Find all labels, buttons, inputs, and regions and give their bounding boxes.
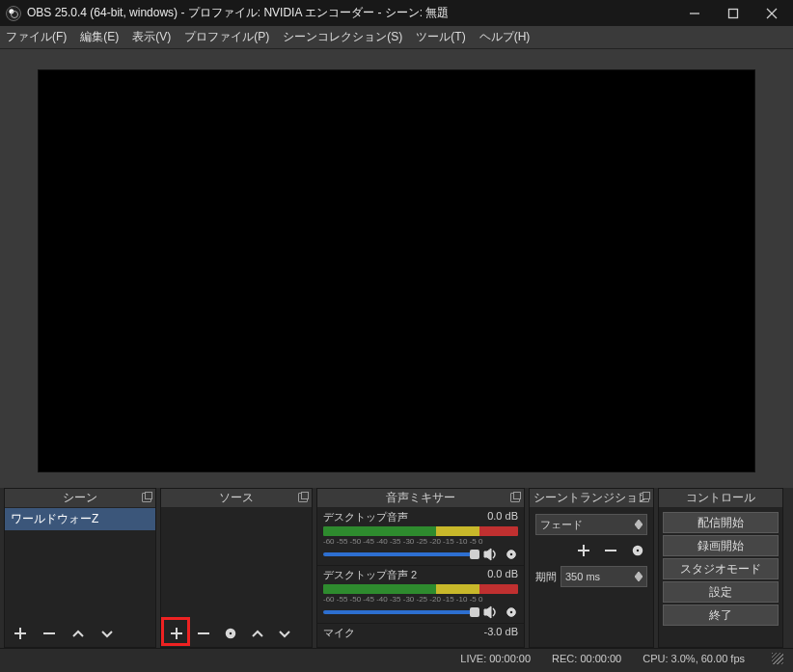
sources-list[interactable] [161, 508, 312, 620]
scene-up-button[interactable] [68, 624, 88, 643]
sources-panel: ソース [160, 488, 313, 648]
sources-title: ソース [219, 490, 254, 506]
mixer-track: デスクトップ音声 20.0 dB -60 -55 -50 -45 -40 -35… [317, 566, 524, 624]
window-title: OBS 25.0.4 (64-bit, windows) - プロファイル: N… [27, 5, 675, 21]
volume-slider[interactable] [323, 552, 478, 556]
start-streaming-button[interactable]: 配信開始 [663, 512, 779, 533]
track-settings-icon[interactable] [505, 548, 518, 561]
scene-down-button[interactable] [97, 624, 117, 643]
docks-row: シーン ワールドウォーZ ソース 音声 [0, 488, 793, 648]
track-name: マイク [323, 626, 355, 640]
meter-ticks: -60 -55 -50 -45 -40 -35 -30 -25 -20 -15 … [323, 537, 518, 546]
meter-ticks: -60 -55 -50 -45 -40 -35 -30 -25 -20 -15 … [323, 595, 518, 604]
transition-value: フェード [540, 518, 583, 532]
title-bar: OBS 25.0.4 (64-bit, windows) - プロファイル: N… [0, 0, 793, 26]
track-db: 0.0 dB [487, 568, 518, 582]
svg-point-11 [229, 632, 232, 635]
remove-scene-button[interactable] [40, 624, 59, 643]
mixer-track: デスクトップ音声0.0 dB -60 -55 -50 -45 -40 -35 -… [317, 508, 524, 566]
minimize-button[interactable] [675, 0, 714, 26]
source-up-button[interactable] [248, 624, 267, 643]
mixer-title: 音声ミキサー [386, 490, 455, 506]
speaker-icon[interactable] [483, 605, 499, 619]
resize-grip-icon[interactable] [772, 653, 783, 664]
menu-bar: ファイル(F) 編集(E) 表示(V) プロファイル(P) シーンコレクション(… [0, 26, 793, 49]
popout-icon[interactable] [510, 493, 520, 502]
track-db: 0.0 dB [487, 510, 518, 524]
svg-marker-19 [635, 524, 643, 529]
speaker-icon[interactable] [483, 548, 499, 561]
settings-button[interactable]: 設定 [663, 581, 779, 603]
transition-select[interactable]: フェード [535, 514, 647, 535]
track-settings-icon[interactable] [505, 605, 518, 619]
svg-point-14 [509, 552, 513, 556]
close-button[interactable] [752, 0, 791, 26]
popout-icon[interactable] [298, 493, 308, 502]
status-live: LIVE: 00:00:00 [460, 653, 531, 664]
preview-area [0, 49, 793, 488]
add-transition-button[interactable] [574, 541, 593, 560]
track-db: -3.0 dB [484, 626, 518, 640]
transitions-panel: シーントランジション フェード 期間 350 ms [529, 488, 654, 648]
svg-point-17 [509, 610, 513, 614]
menu-profile[interactable]: プロファイル(P) [184, 29, 269, 45]
source-down-button[interactable] [275, 624, 294, 643]
svg-marker-26 [635, 577, 643, 581]
remove-source-button[interactable] [194, 624, 213, 643]
maximize-button[interactable] [714, 0, 752, 26]
svg-marker-12 [484, 549, 491, 560]
menu-file[interactable]: ファイル(F) [6, 29, 67, 45]
sources-header[interactable]: ソース [161, 489, 312, 508]
track-name: デスクトップ音声 [323, 510, 408, 524]
menu-scene-collection[interactable]: シーンコレクション(S) [283, 29, 402, 45]
controls-panel: コントロール 配信開始 録画開始 スタジオモード 設定 終了 [658, 488, 783, 648]
duration-label: 期間 [535, 570, 557, 584]
start-recording-button[interactable]: 録画開始 [663, 535, 779, 556]
studio-mode-button[interactable]: スタジオモード [663, 558, 779, 579]
scene-item[interactable]: ワールドウォーZ [5, 508, 155, 530]
preview-canvas[interactable] [38, 69, 755, 472]
transition-settings-button[interactable] [628, 541, 647, 560]
sources-toolbar [161, 620, 312, 647]
transition-toolbar [535, 541, 647, 560]
svg-rect-1 [729, 9, 738, 17]
scenes-title: シーン [63, 490, 97, 506]
add-scene-button[interactable] [11, 624, 30, 643]
menu-edit[interactable]: 編集(E) [80, 29, 119, 45]
status-rec: REC: 00:00:00 [552, 653, 621, 664]
obs-logo-icon [6, 6, 21, 21]
controls-title: コントロール [686, 490, 755, 506]
mixer-track: マイク-3.0 dB [317, 624, 524, 644]
scenes-toolbar [5, 620, 155, 647]
mixer-panel: 音声ミキサー デスクトップ音声0.0 dB -60 -55 -50 -45 -4… [316, 488, 525, 648]
add-source-button[interactable] [167, 624, 186, 643]
menu-tools[interactable]: ツール(T) [416, 29, 465, 45]
svg-marker-15 [484, 606, 491, 618]
transitions-title: シーントランジション [533, 490, 649, 506]
mixer-body: デスクトップ音声0.0 dB -60 -55 -50 -45 -40 -35 -… [317, 508, 524, 647]
source-properties-button[interactable] [221, 624, 240, 643]
popout-icon[interactable] [640, 493, 649, 502]
svg-point-24 [636, 549, 640, 552]
scenes-header[interactable]: シーン [5, 489, 155, 508]
status-bar: LIVE: 00:00:00 REC: 00:00:00 CPU: 3.0%, … [0, 648, 793, 667]
track-name: デスクトップ音声 2 [323, 568, 417, 582]
audio-meter [323, 526, 518, 536]
exit-button[interactable]: 終了 [663, 605, 779, 626]
transitions-header[interactable]: シーントランジション [530, 489, 653, 508]
scenes-panel: シーン ワールドウォーZ [4, 488, 156, 648]
duration-value: 350 ms [565, 571, 600, 582]
popout-icon[interactable] [142, 493, 151, 502]
mixer-header[interactable]: 音声ミキサー [317, 489, 524, 508]
menu-view[interactable]: 表示(V) [132, 29, 171, 45]
duration-input[interactable]: 350 ms [561, 566, 647, 587]
volume-slider[interactable] [323, 610, 478, 614]
audio-meter [323, 584, 518, 594]
status-cpu: CPU: 3.0%, 60.00 fps [643, 653, 745, 664]
remove-transition-button[interactable] [601, 541, 620, 560]
controls-header[interactable]: コントロール [659, 489, 782, 508]
menu-help[interactable]: ヘルプ(H) [479, 29, 531, 45]
